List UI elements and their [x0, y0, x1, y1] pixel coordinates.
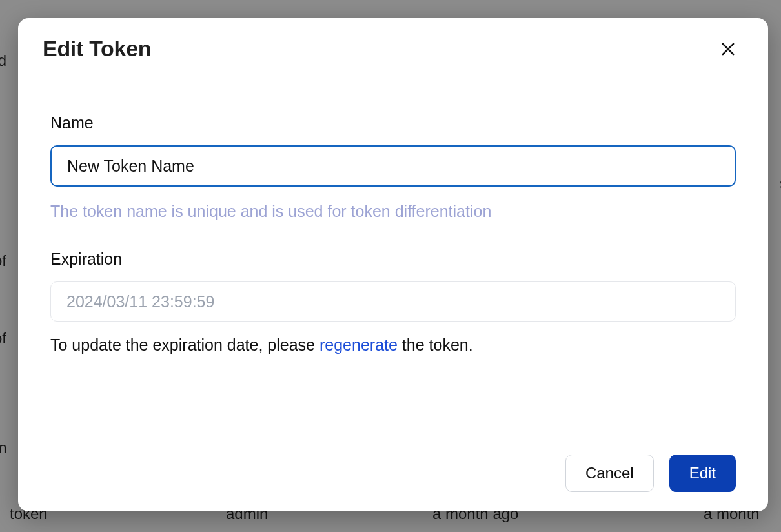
close-button[interactable] — [716, 37, 740, 61]
regenerate-link[interactable]: regenerate — [320, 336, 398, 354]
modal-header: Edit Token — [18, 18, 768, 81]
modal-footer: Cancel Edit — [18, 435, 768, 511]
expiration-helper-text: To update the expiration date, please re… — [50, 333, 736, 356]
expiration-value: 2024/03/11 23:59:59 — [66, 292, 214, 311]
modal-title: Edit Token — [43, 36, 151, 61]
close-icon — [719, 40, 737, 58]
edit-button[interactable]: Edit — [669, 455, 736, 492]
name-helper-text: The token name is unique and is used for… — [50, 200, 736, 223]
name-field-group: Name The token name is unique and is use… — [50, 114, 736, 223]
expiration-field-group: Expiration 2024/03/11 23:59:59 To update… — [50, 250, 736, 356]
exp-prefix: To update the expiration date, please — [50, 336, 320, 354]
cancel-button[interactable]: Cancel — [565, 455, 654, 492]
expiration-input: 2024/03/11 23:59:59 — [50, 281, 736, 322]
modal-body: Name The token name is unique and is use… — [18, 81, 768, 435]
exp-suffix: the token. — [398, 336, 473, 354]
edit-token-modal: Edit Token Name The token name is unique… — [18, 18, 768, 511]
name-input[interactable] — [50, 145, 736, 187]
expiration-label: Expiration — [50, 250, 736, 269]
name-label: Name — [50, 114, 736, 132]
